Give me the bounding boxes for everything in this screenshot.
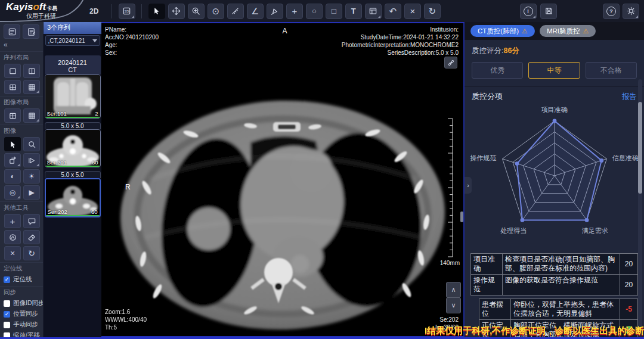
- series-link-button[interactable]: [444, 57, 457, 69]
- reset-view-button[interactable]: ↻: [424, 4, 441, 19]
- save-icon: [544, 7, 553, 15]
- report-link[interactable]: 报告: [622, 92, 637, 102]
- speech-bubble-icon: [27, 217, 36, 226]
- logo-o-accent: o: [33, 1, 39, 13]
- image-cursor-tool-button[interactable]: [4, 137, 21, 151]
- ellipse-roi-tool-button[interactable]: ○: [306, 4, 323, 19]
- settings-button[interactable]: [623, 4, 639, 19]
- series-thumbnail-202-selected[interactable]: Ser:20260: [45, 178, 101, 217]
- image-layout-2x2-button[interactable]: [4, 108, 21, 123]
- table-row[interactable]: 正位定位 胸部正位定位，横断面螺旋方式扫描，有胸部正位定位图像 ✓: [479, 320, 638, 339]
- series-list-panel-button[interactable]: [4, 24, 20, 39]
- thumb-ser-label: Ser:101: [47, 110, 67, 117]
- sync-image-id-checkbox-row[interactable]: ✓ 图像ID同步: [0, 298, 43, 309]
- text-annotation-tool-button[interactable]: T: [345, 4, 362, 19]
- series-layout-1x2-button[interactable]: [23, 64, 40, 78]
- add-tool-button[interactable]: +: [4, 214, 21, 228]
- image-brightness-button[interactable]: ☀: [23, 169, 40, 184]
- localizer-line-checkbox-row[interactable]: ✓ 定位线: [0, 274, 43, 285]
- undo-button[interactable]: ↶: [385, 4, 401, 19]
- table-row[interactable]: 操作规范 图像的获取是否符合操作规范 20: [470, 275, 638, 296]
- cine-play-button[interactable]: ▶: [23, 185, 40, 200]
- image-invert-button[interactable]: ◐: [4, 169, 21, 184]
- cursor-tool-button[interactable]: [148, 4, 165, 19]
- toolbar-separator: [112, 4, 112, 18]
- sync-position-checkbox[interactable]: ✓: [4, 311, 10, 318]
- series-thumbnail-201[interactable]: Ser:20160: [45, 129, 101, 167]
- layout-3x3-icon: [27, 111, 36, 120]
- report-panel-button[interactable]: [23, 24, 39, 39]
- delete-annotation-button[interactable]: ×: [404, 4, 421, 19]
- sync-position-checkbox-row[interactable]: ✓ 位置同步: [0, 309, 43, 319]
- angle-tool-button[interactable]: ∠: [247, 4, 264, 19]
- image-preset-wl-button[interactable]: ◎: [4, 185, 21, 200]
- chevron-down-icon: ∨: [451, 301, 456, 309]
- qc-sub-table: 患者摆位 仰卧位，双臂上举抱头，患者体位摆放合适，无明显偏斜 -5 正位定位 胸…: [479, 298, 638, 339]
- study-dropdown-value: ,CT,20240121: [48, 38, 92, 44]
- image-layout-custom-button[interactable]: [23, 108, 40, 123]
- probe-tool-button[interactable]: +: [286, 4, 303, 19]
- sync-manual-checkbox[interactable]: ✓: [4, 322, 10, 328]
- main-image-viewport[interactable]: PName: AccNO:2401210200 Age: Sex: Instit…: [101, 22, 465, 337]
- cobb-angle-icon: [270, 7, 279, 15]
- patient-info-overlay: PName: AccNO:2401210200 Age: Sex:: [105, 26, 159, 57]
- tab-mri-brain-qc[interactable]: MRI脑质控⚠: [540, 25, 596, 37]
- thumb-count: 2: [95, 110, 98, 117]
- sync-position-label: 位置同步: [13, 310, 38, 318]
- window-level-tool-button[interactable]: ⊙: [208, 4, 224, 19]
- thumb-size-label: 5.0 x 5.0: [45, 122, 101, 129]
- layout-1x1-icon: [8, 67, 17, 76]
- image-rotate-button[interactable]: [4, 153, 21, 167]
- table-row[interactable]: 患者摆位 仰卧位，双臂上举抱头，患者体位摆放合适，无明显偏斜 -5: [479, 298, 638, 320]
- image-info-overlay-button[interactable]: [365, 4, 382, 19]
- reset-tools-button[interactable]: ↻: [23, 246, 40, 260]
- rating-excellent-button[interactable]: 优秀: [472, 62, 523, 79]
- section-label-image: 图像: [0, 125, 43, 136]
- slice-scrollbar-thumb[interactable]: [460, 212, 463, 222]
- sync-manual-checkbox-row[interactable]: ✓ 手动同步: [0, 319, 43, 330]
- image-magnify-button[interactable]: [23, 137, 40, 151]
- cobb-angle-tool-button[interactable]: [267, 4, 283, 19]
- zoom-tool-button[interactable]: [188, 4, 205, 19]
- delete-all-button[interactable]: ×: [4, 246, 21, 260]
- eraser-tool-button[interactable]: [23, 230, 40, 244]
- help-button[interactable]: ?: [603, 4, 620, 19]
- series-image-overlay: Se:202 Im:38/60: [435, 316, 459, 331]
- rating-medium-button[interactable]: 中等: [528, 62, 580, 79]
- radar-axis-label: 满足需求: [582, 226, 608, 235]
- layout-1x2-icon: [27, 67, 36, 76]
- annotation-stamp-button[interactable]: [4, 230, 21, 244]
- series-thumbnail-101[interactable]: Ser:1012: [45, 74, 101, 119]
- link-icon: [447, 59, 455, 67]
- series-layout-2x2-button[interactable]: [4, 80, 21, 94]
- panel-scrollbar-thumb[interactable]: [638, 102, 642, 194]
- save-button[interactable]: [540, 4, 557, 19]
- pass-check-icon: ✓: [625, 326, 633, 334]
- rectangle-roi-tool-button[interactable]: □: [326, 4, 342, 19]
- logo-subtitle: 仅用于科研: [26, 12, 56, 20]
- study-label[interactable]: , 20240121 CT: [45, 55, 101, 74]
- series-layout-1x1-button[interactable]: [4, 64, 21, 78]
- report-issue-button[interactable]: !: [520, 4, 537, 19]
- length-measure-tool-button[interactable]: [227, 4, 244, 19]
- layout-2d-button[interactable]: 2D: [119, 4, 135, 19]
- qc-radar-chart: 项目准确信息准确满足需求处理得当操作规范: [468, 103, 641, 251]
- comment-tool-button[interactable]: [23, 214, 40, 228]
- previous-slice-button[interactable]: ∧: [446, 282, 461, 298]
- zoom-window-overlay: Zoom:1.6 WW/WL:400/40 Th:5: [105, 308, 147, 331]
- localizer-line-checkbox[interactable]: ✓: [4, 276, 10, 283]
- rating-fail-button[interactable]: 不合格: [586, 62, 637, 79]
- table-row[interactable]: 项目准确 检查项目是否准确(项目如脑部、胸部、腹部是否在标准的范围内容) 20: [470, 253, 638, 275]
- exclamation-icon: !: [524, 7, 533, 16]
- sidebar-collapse-button[interactable]: «: [0, 40, 43, 50]
- tab-ct-lung-qc[interactable]: CT质控(肺部)⚠: [470, 25, 535, 37]
- flip-play-icon: [27, 156, 36, 165]
- image-flip-button[interactable]: [23, 153, 40, 167]
- sync-image-id-checkbox[interactable]: ✓: [4, 300, 10, 307]
- study-dropdown[interactable]: ,CT,20240121: [45, 35, 100, 46]
- series-list-icon: [8, 27, 17, 36]
- next-slice-button[interactable]: ∨: [446, 297, 461, 313]
- pan-tool-button[interactable]: [168, 4, 185, 19]
- panel-expand-button[interactable]: ›: [465, 177, 472, 194]
- series-layout-custom-button[interactable]: [23, 80, 40, 94]
